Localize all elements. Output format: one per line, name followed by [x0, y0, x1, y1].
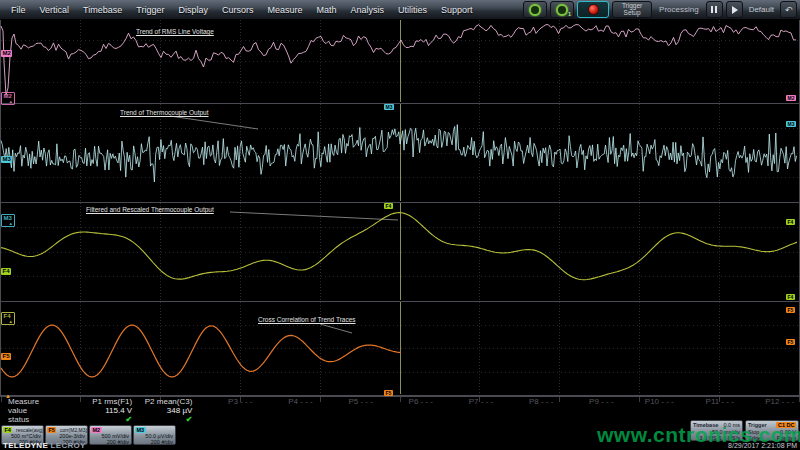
trigger-setup-button[interactable]: Trigger Setup [612, 1, 652, 18]
trace-label-m2[interactable]: M2 [1, 50, 12, 57]
measure-value-p6 [379, 406, 439, 415]
menu-item-trigger[interactable]: Trigger [129, 5, 171, 15]
measure-row-value: value115.4 V348 µV [0, 406, 800, 415]
menu-item-display[interactable]: Display [171, 5, 215, 15]
measure-col-p8[interactable]: P8 - - - [499, 397, 559, 406]
measure-value-p12 [740, 406, 800, 415]
trace-annotation-3: Filtered and Rescaled Thermocouple Outpu… [86, 206, 214, 213]
descriptor-hdiv: 200 #/div [151, 439, 173, 445]
right-edge-tag-m2: M2 [786, 95, 796, 101]
undo-button[interactable]: ↶ [780, 1, 797, 18]
menu-item-vertical[interactable]: Vertical [33, 5, 77, 15]
measure-status-p8 [499, 415, 559, 424]
measure-status-p4 [259, 415, 319, 424]
measure-value-p3 [198, 406, 258, 415]
measure-value-p1: 115.4 V [78, 406, 138, 415]
measure-value-p10 [620, 406, 680, 415]
measure-row-label: status [0, 415, 78, 424]
pause-icon [711, 6, 713, 13]
trigger-setup-label-2: Setup [624, 10, 641, 17]
trace-F5 [1, 325, 401, 377]
toolbar: 1 Trigger Setup Processing Default ↶ [523, 1, 800, 18]
measure-value-p2: 348 µV [138, 406, 198, 415]
measure-table: ▲ MeasureP1 rms(F1)P2 mean(C3)P3 - - -P4… [0, 396, 800, 425]
watermark: www.cntronics.com [597, 423, 800, 447]
measure-col-p6[interactable]: P6 - - - [379, 397, 439, 406]
trace-F4 [1, 213, 797, 280]
trace-label-f4[interactable]: F4 [1, 268, 11, 275]
measure-col-p12[interactable]: P12 - - - [740, 397, 800, 406]
measure-status-p6 [379, 415, 439, 424]
measure-status-p2: ✔ [138, 415, 198, 424]
measure-status-p7 [439, 415, 499, 424]
measure-col-p9[interactable]: P9 - - - [559, 397, 619, 406]
right-edge-tag-f4: F4 [786, 294, 795, 300]
default-button[interactable]: Default [746, 5, 777, 14]
measure-col-p3[interactable]: P3 - - - [198, 397, 258, 406]
record-button[interactable] [577, 1, 609, 18]
trace-label-m3[interactable]: M3 [1, 156, 12, 163]
descriptor-hdiv: 200 #/div [107, 439, 129, 445]
processing-status: Processing [655, 5, 703, 14]
waveform-display [0, 0, 800, 450]
measure-status-p1: ✔ [78, 415, 138, 424]
measure-status-p5 [319, 415, 379, 424]
measure-value-p4 [259, 406, 319, 415]
record-icon [588, 4, 599, 15]
capture-one-button[interactable]: 1 [550, 1, 574, 18]
top-menu-bar: FileVerticalTimebaseTriggerDisplayCursor… [0, 0, 800, 20]
measure-indicator-icon: ▲ [5, 393, 11, 399]
menu-item-cursors[interactable]: Cursors [215, 5, 261, 15]
measure-value-p5 [319, 406, 379, 415]
measure-col-p4[interactable]: P4 - - - [259, 397, 319, 406]
capture-one-icon [556, 4, 568, 16]
right-edge-tag-f5: F5 [786, 307, 795, 313]
measure-col-p10[interactable]: P10 - - - [620, 397, 680, 406]
descriptor-m2[interactable]: M2500 mV/div200 #/div [89, 425, 132, 445]
descriptor-chip-m2: M2 [91, 427, 102, 433]
teledyne-lecroy-logo: TELEDYNE LECROY [3, 441, 86, 450]
capture-icon [529, 4, 541, 16]
trace-annotation-4: Cross Correlation of Trend Traces [258, 316, 356, 323]
right-edge-tag-f4: F4 [786, 219, 795, 225]
undo-icon: ↶ [785, 5, 793, 15]
oscilloscope-screen: FileVerticalTimebaseTriggerDisplayCursor… [0, 0, 800, 450]
measure-col-p5[interactable]: P5 - - - [319, 397, 379, 406]
capture-button[interactable] [523, 1, 547, 18]
trace-label-f5[interactable]: F5 [1, 353, 11, 360]
annotation-leader [320, 324, 352, 333]
descriptor-m3[interactable]: M350.0 µV/div200 #/div [133, 425, 176, 445]
grid-edge-tag-f5: F5 [384, 390, 393, 396]
grid-edge-tag-m3: M3 [384, 104, 394, 110]
pause-button[interactable] [706, 1, 723, 18]
annotation-leader [230, 212, 398, 220]
measure-value-p11 [680, 406, 740, 415]
menu-item-math[interactable]: Math [309, 5, 343, 15]
right-edge-tag-f5: F5 [786, 339, 795, 345]
menu-item-timebase[interactable]: Timebase [76, 5, 129, 15]
menu-item-file[interactable]: File [4, 5, 33, 15]
trace-annotation-1: Trend of RMS Line Voltage [136, 28, 214, 35]
menu-item-utilities[interactable]: Utilities [391, 5, 434, 15]
trace-label-f4: F4▲ [1, 312, 15, 325]
menu: FileVerticalTimebaseTriggerDisplayCursor… [0, 5, 480, 15]
measure-col-p7[interactable]: P7 - - - [439, 397, 499, 406]
menu-item-support[interactable]: Support [434, 5, 480, 15]
menu-item-analysis[interactable]: Analysis [343, 5, 391, 15]
measure-status-p3 [198, 415, 258, 424]
grid-edge-tag-f4: F4 [384, 203, 393, 209]
annotation-leader [170, 116, 258, 129]
measure-row-label: value [0, 406, 78, 415]
measure-row-label: Measure [0, 397, 78, 406]
play-button[interactable] [726, 1, 743, 18]
descriptor-chip-f5: F5 [47, 427, 56, 433]
right-edge-tag-m3: M3 [786, 121, 796, 127]
measure-col-p2[interactable]: P2 mean(C3) [138, 397, 198, 406]
measure-row-measure: MeasureP1 rms(F1)P2 mean(C3)P3 - - -P4 -… [0, 397, 800, 406]
measure-value-p8 [499, 406, 559, 415]
measure-value-p7 [439, 406, 499, 415]
measure-col-p1[interactable]: P1 rms(F1) [78, 397, 138, 406]
measure-col-p11[interactable]: P11 - - - [680, 397, 740, 406]
menu-item-measure[interactable]: Measure [260, 5, 309, 15]
trace-label-m2: M2▲ [1, 92, 15, 105]
